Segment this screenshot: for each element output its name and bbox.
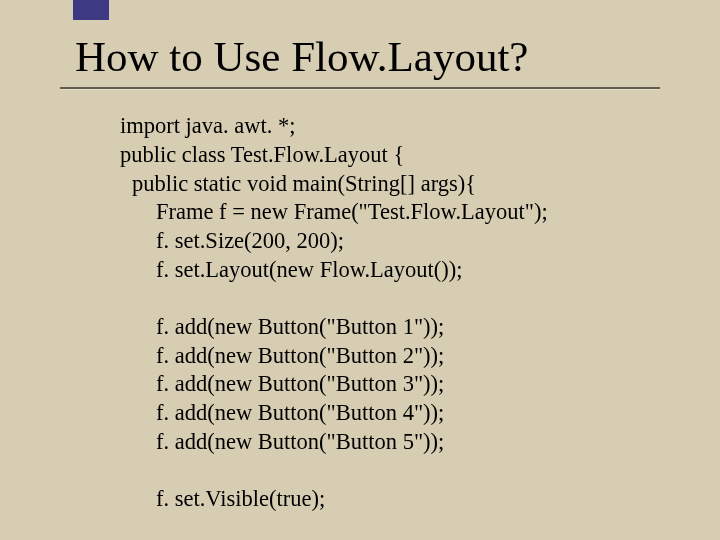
- code-line: public class Test.Flow.Layout {: [120, 141, 660, 170]
- code-line: public static void main(String[] args){: [120, 170, 660, 199]
- top-accent-bar: [73, 0, 109, 20]
- slide-container: How to Use Flow.Layout? import java. awt…: [0, 0, 720, 514]
- blank-line: [120, 285, 660, 313]
- code-line: f. add(new Button("Button 5"));: [120, 428, 660, 457]
- code-line: f. add(new Button("Button 4"));: [120, 399, 660, 428]
- code-block: import java. awt. *; public class Test.F…: [120, 112, 660, 514]
- code-line: f. set.Size(200, 200);: [120, 227, 660, 256]
- title-underline: [60, 87, 660, 90]
- code-line: f. add(new Button("Button 1"));: [120, 313, 660, 342]
- code-line: Frame f = new Frame("Test.Flow.Layout");: [120, 198, 660, 227]
- code-line: f. add(new Button("Button 2"));: [120, 342, 660, 371]
- blank-line: [120, 457, 660, 485]
- code-line: f. set.Visible(true);: [120, 485, 660, 514]
- code-line: import java. awt. *;: [120, 112, 660, 141]
- code-line: f. set.Layout(new Flow.Layout());: [120, 256, 660, 285]
- page-title: How to Use Flow.Layout?: [75, 32, 660, 81]
- code-line: f. add(new Button("Button 3"));: [120, 370, 660, 399]
